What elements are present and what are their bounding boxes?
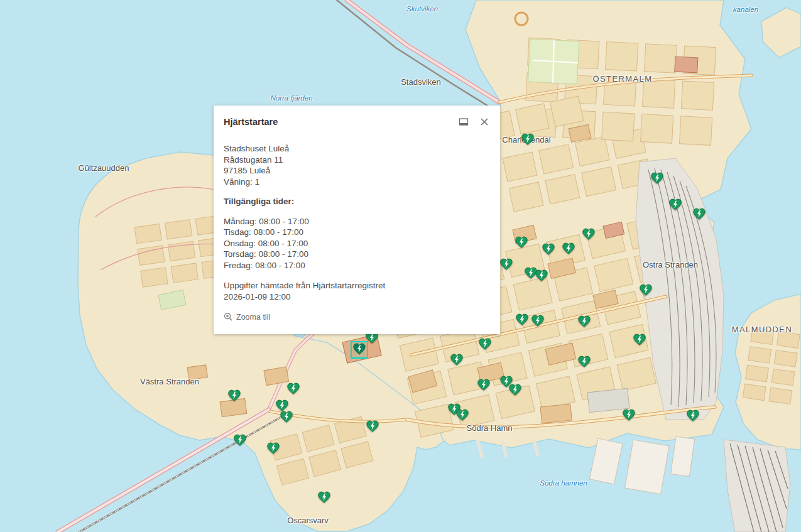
defibrillator-marker[interactable] <box>499 258 513 271</box>
heart-bolt-icon <box>521 133 535 146</box>
defibrillator-marker[interactable] <box>650 171 664 185</box>
zoom-to-label: Zooma till <box>236 313 270 322</box>
heart-bolt-icon <box>650 171 664 185</box>
address-line: Rådstugatan 11 <box>224 155 490 166</box>
heart-bolt-icon <box>450 353 464 367</box>
address-line: Stadshuset Luleå <box>224 143 490 155</box>
defibrillator-marker[interactable] <box>521 133 535 146</box>
defibrillator-marker[interactable] <box>508 383 522 397</box>
heart-bolt-icon <box>692 207 706 221</box>
defibrillator-marker[interactable] <box>286 382 300 396</box>
heart-bolt-icon <box>582 227 596 241</box>
defibrillator-marker[interactable] <box>577 355 591 369</box>
heart-bolt-icon <box>317 491 331 504</box>
heart-bolt-icon <box>227 389 241 403</box>
heart-bolt-icon <box>515 236 528 249</box>
popup-title: Hjärtstartare <box>224 117 278 127</box>
heart-bolt-icon <box>478 337 492 351</box>
heart-bolt-icon <box>352 342 366 356</box>
heart-bolt-icon <box>535 269 548 283</box>
defibrillator-marker[interactable] <box>366 420 379 433</box>
defibrillator-marker[interactable] <box>542 242 555 256</box>
defibrillator-marker[interactable] <box>515 313 529 327</box>
heart-bolt-icon <box>668 198 682 212</box>
popup-hjartstartare: Hjärtstartare Stadshuset Luleå Råd <box>214 106 500 334</box>
hours-line: Torsdag: 08:00 - 17:00 <box>224 249 490 260</box>
map[interactable]: SkutvikenkanalenNorra fjärdenSödra hamne… <box>0 0 801 532</box>
defibrillator-marker[interactable] <box>639 283 653 297</box>
defibrillator-marker[interactable] <box>668 198 682 212</box>
defibrillator-marker[interactable] <box>280 410 293 424</box>
hours-line: Måndag: 08:00 - 17:00 <box>224 216 490 227</box>
source-block: Uppgifter hämtade från Hjärtstartarregis… <box>224 280 490 302</box>
heart-bolt-icon <box>639 283 653 297</box>
popup-body: Stadshuset Luleå Rådstugatan 11 97185 Lu… <box>214 132 500 302</box>
heart-bolt-icon <box>280 410 293 424</box>
address-line: Våning: 1 <box>224 176 490 188</box>
heart-bolt-icon <box>477 378 491 392</box>
source-line: Uppgifter hämtade från Hjärtstartarregis… <box>224 280 490 291</box>
defibrillator-marker[interactable] <box>622 408 636 422</box>
hours-line: Fredag: 08:00 - 17:00 <box>224 260 490 271</box>
hours-line: Tisdag: 08:00 - 17:00 <box>224 227 490 238</box>
heart-bolt-icon <box>562 242 575 256</box>
heart-bolt-icon <box>622 408 636 422</box>
heart-bolt-icon <box>508 383 522 397</box>
heart-bolt-icon <box>366 420 379 433</box>
defibrillator-marker[interactable] <box>266 442 280 455</box>
defibrillator-marker[interactable] <box>535 269 548 283</box>
hours-heading: Tillgängliga tider: <box>224 196 490 207</box>
selected-marker[interactable] <box>351 341 368 359</box>
heart-bolt-icon <box>499 258 513 271</box>
heart-bolt-icon <box>515 313 529 327</box>
defibrillator-marker[interactable] <box>477 378 491 392</box>
heart-bolt-icon <box>577 315 591 328</box>
defibrillator-marker[interactable] <box>577 315 591 328</box>
hours-block: Måndag: 08:00 - 17:00 Tisdag: 08:00 - 17… <box>224 216 490 271</box>
address-block: Stadshuset Luleå Rådstugatan 11 97185 Lu… <box>224 143 490 187</box>
heart-bolt-icon <box>531 314 545 328</box>
defibrillator-marker[interactable] <box>227 389 241 403</box>
heart-bolt-icon <box>542 242 555 256</box>
address-line: 97185 Luleå <box>224 165 490 176</box>
defibrillator-marker[interactable] <box>633 333 646 347</box>
defibrillator-marker[interactable] <box>455 408 469 422</box>
heart-bolt-icon <box>233 433 247 447</box>
zoom-to-button[interactable]: Zooma till <box>224 312 270 322</box>
defibrillator-marker[interactable] <box>478 337 492 351</box>
defibrillator-marker[interactable] <box>450 353 464 367</box>
dock-icon[interactable] <box>456 114 471 129</box>
popup-header: Hjärtstartare <box>214 106 500 132</box>
defibrillator-marker[interactable] <box>317 491 331 504</box>
heart-bolt-icon <box>686 409 700 423</box>
defibrillator-marker[interactable] <box>582 227 596 241</box>
popup-footer: Zooma till <box>214 302 500 330</box>
heart-bolt-icon <box>633 333 646 347</box>
defibrillator-marker[interactable] <box>515 236 528 249</box>
heart-bolt-icon <box>577 355 591 369</box>
defibrillator-marker[interactable] <box>531 314 545 328</box>
defibrillator-marker[interactable] <box>562 242 575 256</box>
heart-bolt-icon <box>455 408 469 422</box>
defibrillator-marker[interactable] <box>692 207 706 221</box>
magnifier-plus-icon <box>224 312 233 322</box>
hours-line: Onsdag: 08:00 - 17:00 <box>224 238 490 249</box>
heart-bolt-icon <box>286 382 300 396</box>
heart-bolt-icon <box>266 442 280 455</box>
defibrillator-marker[interactable] <box>686 409 700 423</box>
defibrillator-marker[interactable] <box>233 433 247 447</box>
close-icon[interactable] <box>477 115 491 129</box>
source-timestamp: 2026-01-09 12:00 <box>224 291 490 303</box>
